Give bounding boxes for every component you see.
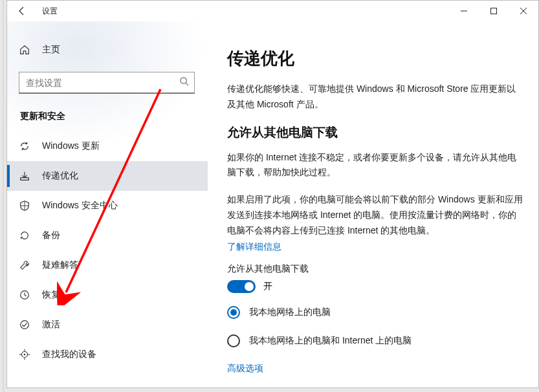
back-button[interactable]: [11, 1, 33, 21]
sidebar-item-delivery-optimization[interactable]: 传递优化: [7, 161, 208, 191]
backup-icon: [19, 230, 30, 241]
toggle-state-text: 开: [263, 281, 272, 292]
radio-option-local[interactable]: 我本地网络上的电脑: [227, 306, 523, 319]
intro-text: 传递优化能够快速、可靠地提供 Windows 和 Microsoft Store…: [227, 82, 523, 113]
home-icon: [19, 44, 30, 56]
minimize-button[interactable]: [449, 1, 479, 21]
recovery-icon: [19, 289, 30, 301]
sidebar-item-recovery[interactable]: 恢复: [7, 280, 208, 310]
delivery-icon: [19, 170, 30, 182]
sidebar-item-find-my-device[interactable]: 查找我的设备: [7, 340, 208, 369]
sidebar: 主页 更新和安全 Windows 更新 传递优化: [7, 21, 208, 387]
sidebar-item-windows-security[interactable]: Windows 安全中心: [7, 191, 208, 221]
radio-icon: [227, 334, 240, 347]
maximize-button[interactable]: [479, 1, 509, 21]
learn-more-link[interactable]: 了解详细信息: [227, 241, 523, 253]
sidebar-item-troubleshoot[interactable]: 疑难解答: [7, 250, 208, 280]
sidebar-item-label: 传递优化: [42, 170, 78, 182]
check-circle-icon: [19, 319, 30, 331]
location-icon: [19, 349, 30, 360]
close-button[interactable]: [509, 1, 538, 21]
radio-label: 我本地网络上的电脑和 Internet 上的电脑: [249, 335, 412, 347]
sidebar-item-backup[interactable]: 备份: [7, 221, 208, 250]
radio-label: 我本地网络上的电脑: [249, 307, 331, 318]
radio-option-local-internet[interactable]: 我本地网络上的电脑和 Internet 上的电脑: [227, 334, 523, 347]
svg-point-9: [21, 321, 29, 329]
sidebar-item-windows-update[interactable]: Windows 更新: [7, 131, 208, 161]
sidebar-item-label: 激活: [42, 319, 60, 331]
svg-point-11: [24, 354, 26, 356]
shield-icon: [19, 200, 30, 212]
allow-download-toggle[interactable]: [227, 280, 256, 293]
sidebar-home[interactable]: 主页: [7, 37, 208, 63]
sync-icon: [19, 140, 30, 152]
toggle-label: 允许从其他电脑下载: [227, 263, 523, 275]
search-box[interactable]: [19, 72, 195, 94]
sidebar-item-label: 查找我的设备: [42, 349, 96, 360]
window-title: 设置: [42, 6, 58, 17]
sidebar-item-label: 疑难解答: [42, 259, 78, 271]
svg-line-5: [186, 83, 188, 85]
radio-icon: [227, 306, 240, 319]
section-heading: 允许从其他电脑下载: [227, 124, 523, 141]
titlebar: 设置: [7, 1, 538, 21]
svg-point-4: [181, 78, 186, 83]
paragraph-1: 如果你的 Internet 连接不稳定，或者你要更新多个设备，请允许从其他电脑下…: [227, 150, 523, 181]
main-panel: 传递优化 传递优化能够快速、可靠地提供 Windows 和 Microsoft …: [208, 21, 538, 387]
search-icon: [179, 76, 189, 89]
settings-window: 设置 主页: [6, 0, 539, 388]
page-title: 传递优化: [227, 47, 523, 70]
sidebar-item-label: 备份: [42, 230, 60, 241]
wrench-icon: [19, 259, 30, 271]
paragraph-2: 如果启用了此项，你的电脑可能会将以前下载的部分 Windows 更新和应用发送到…: [227, 192, 523, 238]
sidebar-nav: Windows 更新 传递优化 Windows 安全中心 备份: [7, 131, 208, 369]
sidebar-item-activation[interactable]: 激活: [7, 310, 208, 340]
advanced-options-link[interactable]: 高级选项: [227, 363, 523, 375]
sidebar-item-label: Windows 安全中心: [42, 200, 118, 212]
sidebar-section-title: 更新和安全: [20, 111, 208, 122]
search-input[interactable]: [26, 78, 179, 88]
sidebar-home-label: 主页: [42, 44, 60, 56]
sidebar-item-label: 恢复: [42, 289, 60, 301]
svg-rect-1: [491, 8, 497, 14]
sidebar-item-label: Windows 更新: [42, 140, 100, 152]
